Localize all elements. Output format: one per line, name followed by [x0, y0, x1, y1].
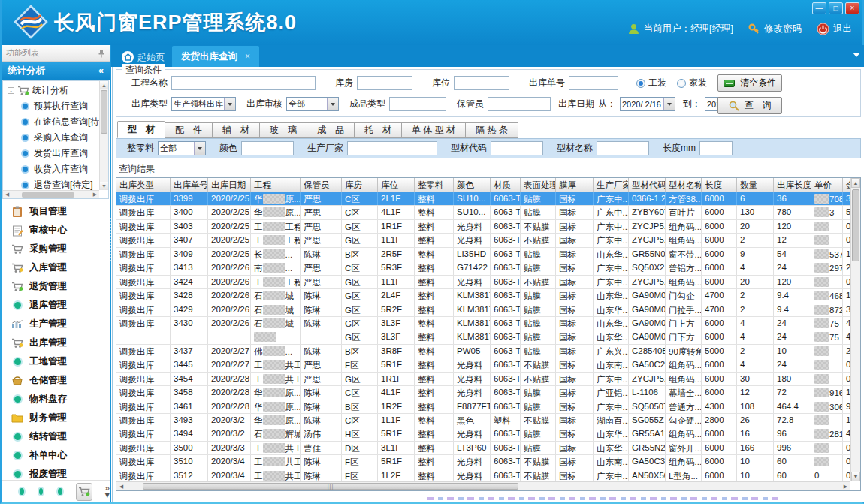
- grid-row[interactable]: 调拨出库35002020/3/3工共工程曹佳D区3L1F整料LT3P606063…: [116, 442, 850, 455]
- material-tab[interactable]: 配 件: [165, 122, 213, 138]
- grid-row[interactable]: 调拨出库34032020/2/25工工程严思G区1R1F整料光身料6063-T5…: [116, 220, 850, 234]
- radio-gongzhuang[interactable]: [636, 79, 645, 88]
- tree-item[interactable]: 在途信息查询[待: [3, 114, 108, 130]
- audit-select[interactable]: 全部: [286, 97, 339, 111]
- tree-vscroll-thumb[interactable]: [101, 90, 107, 134]
- module-item[interactable]: 退货管理: [2, 277, 110, 296]
- grid-vscroll-thumb[interactable]: [852, 189, 859, 261]
- sidebar-section-stats[interactable]: 统计分析 «: [2, 62, 110, 80]
- tree-vertical-scrollbar[interactable]: ▲ ▼: [99, 81, 108, 190]
- product-type-input[interactable]: [389, 97, 446, 111]
- grid-horizontal-scrollbar[interactable]: ◀ ||| ▶: [116, 481, 850, 490]
- pin-icon[interactable]: [98, 49, 105, 58]
- grid-row[interactable]: 调拨出库34072020/2/25工工程严思G区1L1F整料光身料6063-T5…: [116, 234, 850, 247]
- maximize-button[interactable]: □: [829, 2, 843, 14]
- tree-item[interactable]: 采购入库查询: [3, 130, 108, 146]
- tree-item[interactable]: 发货出库查询: [3, 146, 108, 161]
- tree-hscroll-thumb[interactable]: [22, 192, 74, 198]
- project-name-input[interactable]: [171, 76, 316, 90]
- grid-row[interactable]: 调拨出库35102020/3/4工共工程陈琳F区5R1F整料光身料6063-T5…: [116, 455, 850, 469]
- scroll-right-icon[interactable]: ▶: [91, 192, 99, 198]
- material-tab[interactable]: 隔 热 条: [466, 122, 518, 138]
- material-tab[interactable]: 型 材: [117, 121, 165, 138]
- grid-header-cell[interactable]: 长度: [702, 178, 737, 192]
- material-tab[interactable]: 成 品: [307, 122, 355, 138]
- close-button[interactable]: ×: [845, 2, 859, 14]
- module-item[interactable]: 物料盘存: [2, 390, 110, 409]
- collapse-icon[interactable]: «: [98, 65, 104, 76]
- grid-header-cell[interactable]: 出库单号: [171, 178, 208, 192]
- module-item[interactable]: 入库管理: [2, 258, 110, 277]
- tree-item[interactable]: 预算执行查询: [3, 98, 108, 114]
- scroll-left-icon[interactable]: ◀: [116, 484, 126, 490]
- material-tab[interactable]: 玻 璃: [260, 122, 307, 138]
- grid-row[interactable]: 调拨出库34452020/2/27工共工程严思F区5R1F整料光身料6063-T…: [116, 358, 850, 372]
- stats-module-button[interactable]: [76, 483, 93, 501]
- grid-row[interactable]: 调拨出库34942020/3/2石辉城汤伟H区5R1F整料光身料6063-T5贴…: [116, 427, 850, 441]
- module-item[interactable]: 退库管理: [2, 296, 110, 315]
- keeper-input[interactable]: [488, 97, 551, 111]
- grid-row[interactable]: 调拨出库34092020/2/25长...陈琳B区2R5F整料LI35HD606…: [116, 248, 850, 261]
- whole-part-select[interactable]: 全部: [158, 141, 206, 155]
- grid-row[interactable]: G区3L3F整料KLM38176063-T5贴膜国标山东华...GA90M09.…: [116, 330, 850, 344]
- grid-header-cell[interactable]: 整零料: [415, 178, 454, 192]
- grid-row[interactable]: 调拨出库34372020/2/27佛...陈琳B区3R8F整料PW056063-…: [116, 345, 850, 358]
- grid-row[interactable]: 调拨出库34612020/2/28华原...陈琳B区1R2F整料F8877FT6…: [116, 400, 850, 414]
- module-item[interactable]: 采购管理: [2, 240, 110, 258]
- tab-close-icon[interactable]: ×: [245, 51, 250, 62]
- grid-row[interactable]: 调拨出库34542020/2/28工共工程严思G区1R1F整料光身料6063-T…: [116, 373, 850, 386]
- grid-header-cell[interactable]: 库房: [342, 178, 378, 192]
- profile-code-input[interactable]: [491, 141, 543, 155]
- grid-row[interactable]: 调拨出库35122020/3/4工共工程陈琳F区1L2F整料光身料6063-T5…: [116, 469, 850, 481]
- minimize-button[interactable]: —: [812, 2, 826, 14]
- grid-header-cell[interactable]: 生产厂家: [594, 178, 629, 192]
- module-dot-icon[interactable]: [18, 487, 26, 496]
- more-modules-button[interactable]: »▾: [104, 485, 110, 499]
- outbound-type-select[interactable]: 生产领料出库: [171, 97, 236, 111]
- grid-row[interactable]: 调拨出库34282020/2/26石城陈琳G区2L4F整料KLM38176063…: [116, 289, 850, 303]
- grid-header-cell[interactable]: 颜色: [454, 178, 491, 192]
- grid-row[interactable]: 调拨出库34292020/2/26石城陈琳G区5R2F整料KLM38176063…: [116, 303, 850, 317]
- module-item[interactable]: 财务管理: [2, 409, 110, 427]
- tree-item[interactable]: 收货入库查询: [3, 161, 108, 177]
- tree-expander-icon[interactable]: -: [8, 87, 14, 94]
- tree-horizontal-scrollbar[interactable]: ◀ ▶: [3, 190, 99, 198]
- grid-header-cell[interactable]: 型材名称: [666, 178, 702, 192]
- grid-row[interactable]: 调拨出库33992020/2/25华原...严思C区2L1F整料SU10...6…: [116, 192, 850, 206]
- scroll-right-icon[interactable]: ▶: [841, 484, 850, 490]
- grid-vertical-scrollbar[interactable]: ▲ ▼: [850, 178, 860, 481]
- module-item[interactable]: 补单中心: [2, 446, 110, 465]
- module-item[interactable]: 审核中心: [2, 221, 110, 240]
- scroll-up-icon[interactable]: ▲: [100, 81, 108, 89]
- color-input[interactable]: [241, 141, 294, 155]
- change-password-link[interactable]: 修改密码: [748, 23, 802, 35]
- outbound-no-input[interactable]: [569, 76, 618, 90]
- grid-header-cell[interactable]: 保管员: [301, 178, 342, 192]
- module-dot-icon[interactable]: [56, 487, 64, 496]
- scroll-left-icon[interactable]: ◀: [3, 192, 11, 198]
- module-item[interactable]: 工地管理: [2, 352, 110, 371]
- manufacturer-input[interactable]: [347, 141, 437, 155]
- grid-header-cell[interactable]: 材质: [491, 178, 521, 192]
- material-tab[interactable]: 辅 材: [213, 122, 260, 138]
- grid-row[interactable]: 调拨出库34582020/2/28华原...陈琳C区4L1F整料光身料6063-…: [116, 386, 850, 400]
- grid-hscroll-thumb[interactable]: |||: [143, 483, 518, 490]
- grid-header-cell[interactable]: 数量: [737, 178, 774, 192]
- grid-header-cell[interactable]: 出库长度: [774, 178, 811, 192]
- scroll-down-icon[interactable]: ▼: [851, 472, 860, 481]
- tab-overflow-icon[interactable]: [853, 53, 860, 61]
- grid-row[interactable]: 调拨出库34002020/2/25华原...严思C区4L1F整料SU10...6…: [116, 206, 850, 219]
- grid-header-cell[interactable]: 金额: [843, 178, 850, 192]
- profile-name-input[interactable]: [597, 141, 649, 155]
- material-tab[interactable]: 耗 材: [355, 122, 402, 138]
- module-item[interactable]: 出库管理: [2, 333, 110, 352]
- grid-header-cell[interactable]: 出库日期: [208, 178, 251, 192]
- radio-jiazhuang[interactable]: [677, 79, 686, 88]
- clear-conditions-button[interactable]: 清空条件: [717, 74, 782, 92]
- warehouse-input[interactable]: [357, 76, 412, 90]
- location-input[interactable]: [454, 76, 509, 90]
- search-button[interactable]: 查 询: [717, 97, 782, 114]
- logout-button[interactable]: 退出: [817, 23, 852, 35]
- grid-header-cell[interactable]: 单价: [811, 178, 843, 192]
- grid-row[interactable]: 调拨出库34132020/2/26南...严思C区5R3F整料G71422606…: [116, 261, 850, 275]
